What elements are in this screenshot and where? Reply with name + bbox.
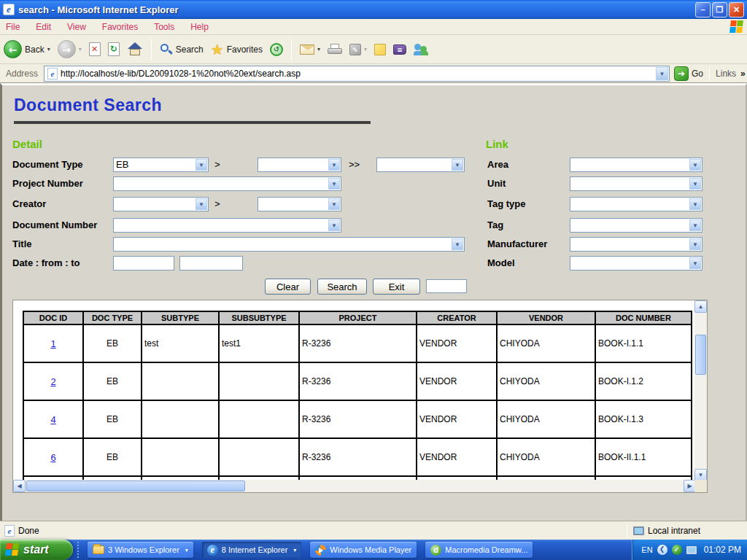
home-button[interactable] [123, 37, 147, 62]
chevron-down-icon[interactable]: ▼ [452, 238, 463, 250]
chevron-down-icon[interactable]: ▼ [328, 198, 340, 210]
manufacturer-select[interactable]: ▼ [570, 237, 703, 252]
minimize-button[interactable]: – [695, 2, 711, 18]
chevron-down-icon[interactable]: ▼ [328, 219, 340, 231]
links-menu[interactable]: Links » [716, 69, 746, 79]
refresh-button[interactable]: ↻ [104, 37, 123, 62]
chevron-down-icon[interactable]: ▼ [689, 257, 701, 269]
print-button[interactable] [324, 37, 346, 62]
discuss-button[interactable] [371, 37, 390, 62]
chevron-down-icon[interactable]: ▼ [689, 198, 701, 210]
table-cell: R-3236 [299, 324, 417, 362]
address-input[interactable]: e http://localhost/e-lib/DL20091028-1%20… [44, 66, 670, 82]
chevron-down-icon[interactable]: ▼ [196, 159, 207, 171]
horizontal-scrollbar[interactable]: ◀ ▶ [13, 480, 696, 492]
title-bar: e search - Microsoft Internet Explorer –… [0, 0, 747, 19]
task-windows-explorer[interactable]: 3 Windows Explorer ▾ [88, 542, 193, 558]
chevron-down-icon[interactable]: ▼ [328, 159, 340, 171]
mail-dropdown-icon[interactable]: ▾ [317, 46, 320, 52]
creator-sub-select[interactable]: ▼ [258, 197, 341, 211]
stop-button[interactable]: ✕ [85, 37, 104, 62]
menu-bar: File Edit View Favorites Tools Help [0, 19, 747, 35]
network-icon[interactable] [686, 546, 697, 554]
start-button[interactable]: start [0, 540, 73, 560]
address-bar: Address e http://localhost/e-lib/DL20091… [0, 64, 747, 83]
window-title: search - Microsoft Internet Explorer [18, 4, 694, 15]
research-button[interactable]: ≡ [390, 37, 410, 62]
doc-id-link[interactable]: 4 [50, 414, 55, 425]
history-button[interactable]: ↺ [266, 37, 287, 62]
unit-select[interactable]: ▼ [570, 176, 703, 191]
hide-icons-chevron-icon[interactable]: ❮ [657, 545, 667, 555]
horizontal-scroll-thumb[interactable] [26, 481, 245, 491]
language-indicator[interactable]: EN [641, 545, 652, 554]
menu-file[interactable]: File [6, 22, 20, 32]
chevron-down-icon[interactable]: ▼ [689, 159, 701, 171]
model-label: Model [487, 256, 515, 271]
clear-button[interactable]: Clear [265, 279, 311, 295]
go-button[interactable]: ➔ Go [674, 66, 703, 81]
task-internet-explorer[interactable]: e 8 Internet Explorer ▾ [202, 542, 302, 558]
task-dropdown-icon[interactable]: ▾ [293, 547, 296, 553]
creator-select[interactable]: ▼ [113, 197, 209, 211]
document-type-select[interactable]: EB ▼ [113, 158, 209, 172]
vertical-scroll-thumb[interactable] [695, 335, 706, 375]
back-dropdown-icon[interactable]: ▾ [47, 46, 50, 52]
chevron-down-icon[interactable]: ▼ [689, 219, 701, 231]
table-cell: CHIYODA [497, 362, 595, 400]
count-input[interactable] [426, 279, 467, 293]
date-to-input[interactable] [179, 256, 243, 271]
doc-id-link[interactable]: 2 [50, 376, 55, 387]
forward-button[interactable]: → ▾ [54, 37, 85, 62]
edit-button[interactable]: ✎ ▾ [346, 37, 371, 62]
menu-tools[interactable]: Tools [154, 22, 174, 32]
menu-edit[interactable]: Edit [36, 22, 51, 32]
chevron-down-icon[interactable]: ▼ [328, 178, 340, 190]
document-number-select[interactable]: ▼ [113, 218, 341, 233]
address-dropdown-icon[interactable]: ▼ [656, 67, 668, 80]
back-button[interactable]: ← Back ▾ [0, 37, 54, 62]
task-media-player[interactable]: Windows Media Player [310, 542, 417, 558]
mail-button[interactable]: ▾ [296, 37, 324, 62]
toolbar-separator [151, 39, 152, 61]
model-select[interactable]: ▼ [570, 256, 703, 271]
table-cell: VENDOR [417, 362, 497, 400]
menu-favorites[interactable]: Favorites [102, 22, 138, 32]
scroll-left-icon[interactable]: ◀ [13, 480, 26, 492]
maximize-button[interactable]: ❐ [712, 2, 727, 18]
favorites-button[interactable]: ★ Favorites [207, 37, 266, 62]
type-chevron-2: >> [349, 158, 360, 172]
doc-id-link[interactable]: 6 [50, 452, 55, 463]
messenger-button[interactable] [410, 37, 432, 62]
exit-button[interactable]: Exit [373, 279, 420, 295]
table-cell [219, 438, 299, 476]
search-button[interactable]: Search [156, 37, 207, 62]
title-select[interactable]: ▼ [113, 237, 465, 252]
task-dropdown-icon[interactable]: ▾ [185, 547, 188, 553]
chevron-down-icon[interactable]: ▼ [196, 198, 207, 210]
doc-id-cell: 2 [23, 362, 83, 400]
document-subtype-select[interactable]: ▼ [258, 158, 341, 172]
taskbar-divider [77, 542, 83, 558]
scroll-up-icon[interactable]: ▲ [694, 300, 707, 313]
table-cell: EB [83, 362, 142, 400]
chevron-down-icon[interactable]: ▼ [452, 159, 463, 171]
document-subsubtype-select[interactable]: ▼ [376, 158, 465, 172]
doc-id-link[interactable]: 1 [50, 338, 55, 349]
project-number-select[interactable]: ▼ [113, 176, 341, 191]
tag-select[interactable]: ▼ [570, 218, 703, 233]
chevron-down-icon[interactable]: ▼ [689, 178, 701, 190]
menu-view[interactable]: View [67, 22, 86, 32]
task-dreamweaver[interactable]: d Macromedia Dreamw... [425, 542, 533, 558]
chevron-down-icon[interactable]: ▼ [689, 238, 701, 250]
area-select[interactable]: ▼ [570, 158, 703, 172]
taskbar-clock[interactable]: 01:02 PM [704, 545, 741, 555]
tag-type-select[interactable]: ▼ [570, 197, 703, 211]
date-from-input[interactable] [113, 256, 174, 271]
menu-help[interactable]: Help [190, 22, 209, 32]
security-check-icon[interactable]: ✓ [672, 545, 682, 555]
vertical-scrollbar[interactable]: ▲ ▼ [694, 300, 707, 481]
table-row: 4EBR-3236VENDORCHIYODABOOK-I.1.3 [23, 400, 692, 438]
close-button[interactable]: ✕ [729, 2, 744, 18]
search-submit-button[interactable]: Search [317, 279, 367, 295]
